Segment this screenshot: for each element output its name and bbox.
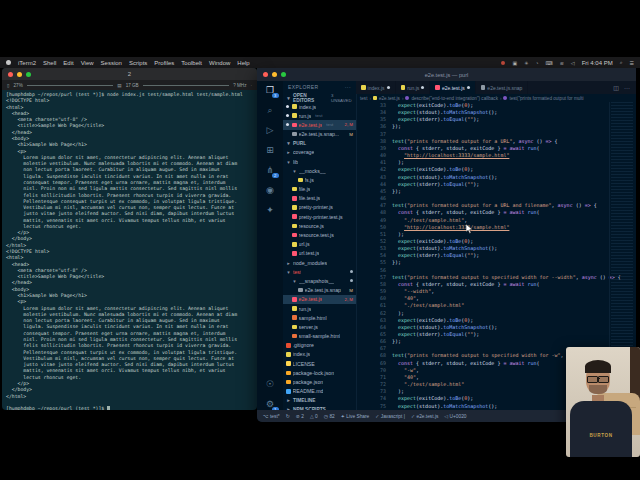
- status-clock[interactable]: ◷82: [324, 414, 335, 419]
- tree-item[interactable]: pretty-printer.test.js: [283, 212, 356, 221]
- tree-item[interactable]: package.json: [283, 377, 356, 386]
- tree-item[interactable]: e2e.test.js.snapM: [283, 286, 356, 295]
- tree-item[interactable]: server.js: [283, 322, 356, 331]
- sidebar-bottom-sections: ▸TIMELINE▸NPM SCRIPTS: [283, 396, 356, 410]
- status-label: Javascript |: [381, 414, 405, 419]
- status-live-share[interactable]: ✦Live Share: [341, 414, 369, 419]
- tree-item[interactable]: resource.js: [283, 221, 356, 230]
- open-editor-item[interactable]: run.jstest: [283, 111, 356, 120]
- menu-item[interactable]: Window: [209, 60, 230, 66]
- tree-item[interactable]: .gitignore: [283, 341, 356, 350]
- open-editor-item[interactable]: e2e.test.js.snap...M: [283, 130, 356, 139]
- menu-item[interactable]: Help: [237, 60, 249, 66]
- wifi-icon[interactable]: ≋: [560, 60, 564, 66]
- settings-icon[interactable]: ⚙1: [265, 399, 276, 410]
- search-icon[interactable]: ⌕: [265, 105, 276, 116]
- tab-index.js[interactable]: index.js: [356, 81, 396, 94]
- open-editor-item[interactable]: index.js: [283, 102, 356, 111]
- asterisk-icon[interactable]: ✳: [524, 60, 528, 66]
- tree-item[interactable]: ▾test: [283, 267, 356, 276]
- status-sync[interactable]: ↻: [286, 414, 290, 419]
- notification-center-icon[interactable]: ☰: [630, 60, 634, 66]
- code-text: expect(stdout).toMatchSnapshot();: [392, 109, 497, 116]
- tree-item[interactable]: file.js: [283, 185, 356, 194]
- line-number: 56: [356, 267, 392, 274]
- tree-item[interactable]: resource.test.js: [283, 230, 356, 239]
- tree-item[interactable]: ▾lib: [283, 157, 356, 166]
- volume-icon[interactable]: ◁: [571, 60, 575, 66]
- tree-item[interactable]: url.js: [283, 240, 356, 249]
- more-actions-icon[interactable]: ···: [624, 85, 630, 91]
- tab-e2e.test.js.snap[interactable]: e2e.test.js.snap: [476, 81, 529, 94]
- breadcrumb-separator: ›: [500, 96, 502, 101]
- terminal-output[interactable]: [humphdmbp ~/repos/purl (test *)]$ node …: [2, 90, 257, 410]
- tree-item[interactable]: fs.js: [283, 175, 356, 184]
- tree-item[interactable]: LICENSE: [283, 359, 356, 368]
- apple-menu-icon[interactable]: [6, 60, 11, 65]
- more-actions-icon[interactable]: ···: [345, 84, 351, 90]
- line-number: 45: [356, 188, 392, 195]
- status-speaker[interactable]: ◁U+0020: [444, 414, 466, 419]
- vscode-title-bar[interactable]: e2e.test.js — purl: [257, 68, 636, 81]
- folder-section-header[interactable]: ▾ PURL: [283, 139, 356, 148]
- tree-item[interactable]: ▾__snapshots__: [283, 276, 356, 285]
- split-editor-icon[interactable]: ◫: [613, 84, 619, 91]
- open-editors-header[interactable]: ▾ OPEN EDITORS 3 UNSAVED: [283, 93, 356, 102]
- tree-item[interactable]: url.test.js: [283, 249, 356, 258]
- tree-item[interactable]: ▾__mocks__: [283, 166, 356, 175]
- jest-icon[interactable]: ◉: [265, 185, 276, 196]
- status-branch[interactable]: ⌥test*: [263, 414, 280, 419]
- tree-item[interactable]: run.js: [283, 304, 356, 313]
- open-editor-item[interactable]: e2e.test.jstest2, M: [283, 120, 356, 129]
- tree-item[interactable]: index.js: [283, 350, 356, 359]
- sidebar-section-timeline[interactable]: ▸TIMELINE: [283, 396, 356, 405]
- tree-item[interactable]: file.test.js: [283, 194, 356, 203]
- spotlight-search-icon[interactable]: ⌕: [620, 59, 623, 66]
- account-icon[interactable]: ☉: [265, 379, 276, 390]
- file-label: run.js: [299, 113, 312, 119]
- menu-item[interactable]: Shell: [43, 60, 56, 66]
- tree-item[interactable]: pretty-printer.js: [283, 203, 356, 212]
- run-debug-icon[interactable]: ▷: [265, 125, 276, 136]
- tree-item[interactable]: e2e.test.js2, M: [283, 295, 356, 304]
- tree-item[interactable]: ▸coverage: [283, 148, 356, 157]
- breadcrumb-item[interactable]: e2e.test.js: [379, 96, 400, 101]
- tree-item[interactable]: README.md: [283, 387, 356, 396]
- status-check[interactable]: ✓e2e.test.js: [411, 414, 438, 419]
- tree-item[interactable]: package-lock.json: [283, 368, 356, 377]
- breadcrumb[interactable]: test›e2e.test.js›describe("end-to-end in…: [356, 94, 636, 102]
- menu-item[interactable]: Edit: [63, 60, 73, 66]
- tab-e2e.test.js[interactable]: e2e.test.js: [430, 81, 475, 94]
- breadcrumb-item[interactable]: test("prints formatted output for multi: [509, 96, 583, 101]
- code-text: test("prints formatted output to specifi…: [392, 274, 621, 281]
- camera-icon[interactable]: ▣: [512, 60, 517, 66]
- code-line: 40 "http://localhost:3333/sample.html": [356, 152, 636, 159]
- source-control-icon[interactable]: ⋔2: [265, 165, 276, 176]
- keyboard-icon[interactable]: ⌨: [545, 60, 552, 66]
- live-share-icon[interactable]: ✦: [265, 205, 276, 216]
- code-line: 47test("prints formatted output for a UR…: [356, 202, 636, 209]
- menu-item[interactable]: Session: [101, 60, 122, 66]
- status-warning[interactable]: △0: [310, 414, 318, 419]
- breadcrumb-item[interactable]: describe("end-to-end integration") callb…: [411, 96, 498, 101]
- menu-item[interactable]: Toolbelt: [181, 60, 202, 66]
- line-number: 60: [356, 295, 392, 302]
- breadcrumb-item[interactable]: test: [360, 96, 367, 101]
- explorer-icon[interactable]: ❐3: [265, 85, 276, 96]
- terminal-title: 2: [2, 71, 257, 77]
- line-number: 65: [356, 331, 392, 338]
- extensions-icon[interactable]: ⊞: [265, 145, 276, 156]
- menu-item[interactable]: Scripts: [129, 60, 147, 66]
- menu-clock[interactable]: Fri 4:04 PM: [582, 60, 613, 66]
- tree-item[interactable]: small-sample.html: [283, 332, 356, 341]
- menu-item[interactable]: View: [81, 60, 94, 66]
- tree-item[interactable]: ▸node_modules: [283, 258, 356, 267]
- clock-icon[interactable]: ◔: [535, 60, 538, 66]
- terminal-title-bar[interactable]: 2: [2, 68, 257, 80]
- tab-run.js[interactable]: run.js: [396, 81, 431, 94]
- menu-item[interactable]: Profiles: [154, 60, 174, 66]
- tree-item[interactable]: sample.html: [283, 313, 356, 322]
- status-error[interactable]: ⊘2: [296, 414, 304, 419]
- menu-item[interactable]: iTerm2: [18, 60, 36, 66]
- status-check[interactable]: ✓Javascript |: [375, 414, 405, 419]
